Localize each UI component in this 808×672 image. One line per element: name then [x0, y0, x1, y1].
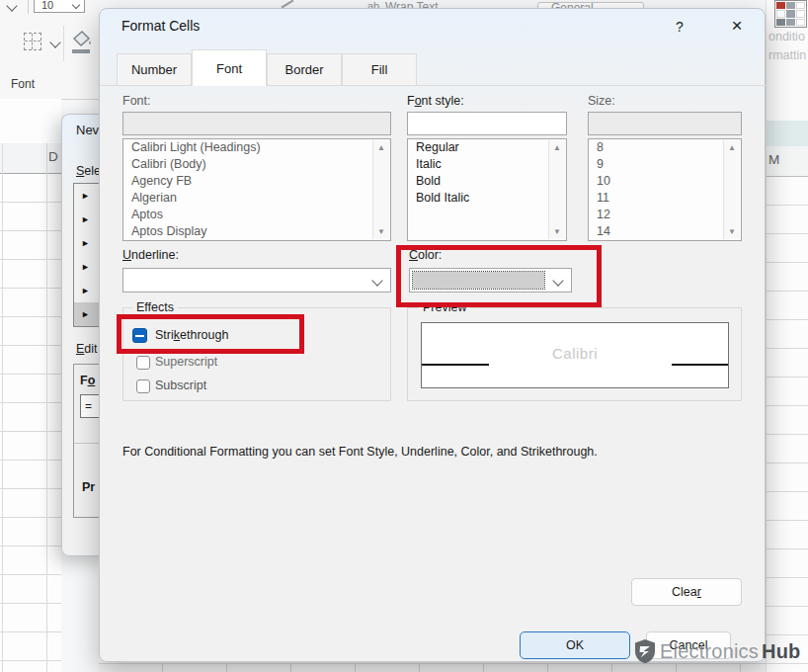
font-list-item[interactable]: Algerian: [123, 190, 390, 207]
chevron-down-icon: [72, 1, 80, 9]
size-list-item[interactable]: 8: [589, 139, 741, 156]
font-style-item[interactable]: Bold: [408, 173, 566, 190]
sheet-grid-left[interactable]: [0, 174, 61, 672]
font-size-value: 10: [41, 0, 53, 11]
clear-button[interactable]: Clear: [631, 578, 742, 606]
font-style-item[interactable]: Italic: [408, 156, 566, 173]
font-list-item[interactable]: Aptos Display: [123, 223, 390, 240]
size-input[interactable]: [588, 112, 742, 135]
conditional-formatting-icon[interactable]: [774, 0, 807, 28]
strikethrough-line: [422, 364, 489, 366]
font-style-label: Font style:: [407, 94, 464, 108]
watermark-brand-bold: Hub: [762, 640, 800, 663]
size-list-item[interactable]: 14: [589, 223, 741, 240]
gridline: [2, 143, 3, 672]
font-style-list[interactable]: Regular Italic Bold Bold Italic ▲ ▼: [407, 138, 567, 241]
scroll-up-icon[interactable]: ▲: [549, 143, 565, 152]
font-input[interactable]: [122, 112, 391, 135]
scrollbar[interactable]: ▲ ▼: [372, 140, 389, 239]
size-label: Size:: [588, 94, 615, 108]
highlight-box-color: [396, 245, 602, 307]
rule-dialog-title: Nev: [76, 123, 99, 137]
rule-preview-label: Pr: [82, 480, 95, 494]
sheet-right-strip: onditio rmattin M: [766, 0, 808, 672]
size-list[interactable]: 8 9 10 11 12 14 ▲ ▼: [588, 138, 742, 241]
subscript-checkbox[interactable]: [136, 379, 150, 393]
tab-border[interactable]: Border: [267, 53, 342, 86]
rule-arrow-icon: ►: [81, 309, 90, 319]
sheet-grid-right[interactable]: [767, 177, 808, 672]
borders-icon[interactable]: [24, 33, 41, 50]
close-icon[interactable]: ×: [724, 13, 750, 39]
scroll-up-icon[interactable]: ▲: [724, 143, 740, 152]
font-style-item[interactable]: Regular: [408, 139, 566, 156]
font-list-item[interactable]: Agency FB: [123, 173, 390, 190]
rule-arrow-icon: ►: [81, 191, 90, 201]
conditional-formatting-label: rmattin: [768, 48, 806, 62]
font-list-item[interactable]: Calibri Light (Headings): [123, 139, 390, 156]
size-list-item[interactable]: 11: [589, 190, 741, 207]
sheet-bottom-strip: [99, 663, 766, 672]
number-format-value: General: [551, 1, 594, 8]
chevron-down-icon[interactable]: [49, 37, 60, 47]
format-values-label: Fo: [80, 374, 95, 387]
font-list-item[interactable]: Calibri (Body): [123, 156, 390, 173]
strikethrough-line: [672, 364, 728, 366]
rule-arrow-icon: ►: [81, 214, 90, 224]
size-list-item[interactable]: 9: [589, 156, 741, 173]
orientation-icon: [282, 0, 294, 8]
size-list-item[interactable]: 10: [589, 173, 741, 190]
column-header-d[interactable]: D: [0, 143, 61, 174]
scroll-down-icon[interactable]: ▼: [373, 227, 389, 236]
sheet-band: [767, 121, 808, 147]
scroll-down-icon[interactable]: ▼: [724, 227, 740, 236]
select-rule-type-label: Sele: [76, 164, 101, 178]
format-cells-dialog: Format Cells ? × Number Font Border Fill…: [99, 8, 766, 662]
effects-title: Effects: [132, 300, 178, 314]
rule-arrow-icon: ►: [81, 262, 90, 272]
preview-sample-box: Calibri: [421, 322, 729, 388]
font-size-combo[interactable]: 10: [34, 0, 85, 13]
font-list-item[interactable]: Aptos: [123, 207, 390, 223]
watermark: Electronics Hub: [633, 638, 801, 664]
watermark-brand: Electronics: [660, 640, 759, 663]
underline-label: Underline:: [122, 248, 179, 262]
help-icon[interactable]: ?: [669, 16, 690, 38]
tab-fill[interactable]: Fill: [342, 53, 417, 86]
superscript-label: Superscript: [155, 355, 217, 369]
dialog-description: For Conditional Formatting you can set F…: [122, 445, 598, 459]
excel-screen: 10 Font ab Wrap Text General onditio rma…: [0, 0, 808, 672]
ribbon-font-group: 10 Font: [0, 0, 99, 100]
underline-dropdown[interactable]: [122, 268, 391, 293]
dialog-title: Format Cells: [121, 18, 200, 34]
preview-sample-text: Calibri: [422, 345, 728, 362]
gridline: [46, 143, 47, 672]
wrap-text-label[interactable]: Wrap Text: [385, 0, 439, 8]
font-label: Font:: [122, 94, 151, 108]
scroll-down-icon[interactable]: ▼: [549, 227, 565, 236]
scroll-up-icon[interactable]: ▲: [373, 143, 389, 152]
conditional-formatting-label: onditio: [768, 30, 805, 43]
font-style-input[interactable]: [407, 112, 567, 135]
electronics-hub-logo-icon: [633, 638, 657, 664]
ok-button[interactable]: OK: [520, 631, 630, 659]
scrollbar[interactable]: ▲ ▼: [548, 140, 565, 239]
chevron-down-icon[interactable]: [6, 0, 17, 11]
subscript-label: Subscript: [155, 378, 206, 392]
tab-number[interactable]: Number: [117, 53, 192, 86]
column-header-m[interactable]: M: [767, 146, 808, 177]
divider: [63, 26, 64, 61]
ribbon-top-sliver: ab Wrap Text General: [265, 0, 765, 8]
ribbon-group-label: Font: [11, 77, 35, 91]
highlight-box-strikethrough: [117, 314, 304, 354]
size-list-item[interactable]: 12: [589, 207, 741, 223]
sheet-left-strip: D: [0, 99, 61, 672]
chevron-down-icon: [371, 275, 382, 286]
font-style-item[interactable]: Bold Italic: [408, 190, 566, 207]
tab-font[interactable]: Font: [192, 49, 267, 86]
scrollbar[interactable]: ▲ ▼: [723, 140, 740, 239]
edit-rule-description-label: Edit: [76, 342, 98, 356]
superscript-checkbox[interactable]: [136, 356, 150, 370]
font-list[interactable]: Calibri Light (Headings) Calibri (Body) …: [122, 138, 391, 241]
fill-color-icon[interactable]: [69, 28, 93, 55]
